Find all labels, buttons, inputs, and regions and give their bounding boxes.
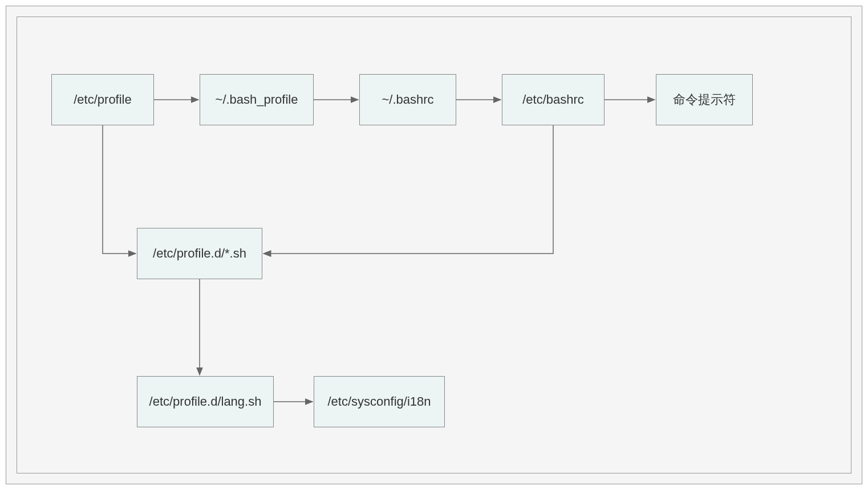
node-label: 命令提示符 [673,91,736,108]
edge-etc-bashrc-to-profile-d-sh [263,125,553,254]
node-etc-profile: /etc/profile [51,74,154,125]
node-bash-profile: ~/.bash_profile [200,74,314,125]
node-label: /etc/sysconfig/i18n [328,394,431,409]
diagram-canvas: /etc/profile ~/.bash_profile ~/.bashrc /… [17,17,851,473]
edge-etc-profile-to-profile-d-sh [103,125,136,254]
node-label: ~/.bash_profile [216,92,298,107]
node-etc-bashrc: /etc/bashrc [502,74,605,125]
node-bashrc: ~/.bashrc [359,74,456,125]
node-profile-d-sh: /etc/profile.d/*.sh [137,228,262,279]
node-label: /etc/profile [74,92,132,107]
node-label: /etc/profile.d/*.sh [153,246,246,261]
node-label: /etc/profile.d/lang.sh [149,394,262,409]
node-label: ~/.bashrc [382,92,433,107]
diagram-outer-frame: /etc/profile ~/.bash_profile ~/.bashrc /… [6,6,862,484]
node-command-prompt: 命令提示符 [656,74,753,125]
node-label: /etc/bashrc [522,92,584,107]
node-sysconfig-i18n: /etc/sysconfig/i18n [314,376,445,427]
node-lang-sh: /etc/profile.d/lang.sh [137,376,274,427]
